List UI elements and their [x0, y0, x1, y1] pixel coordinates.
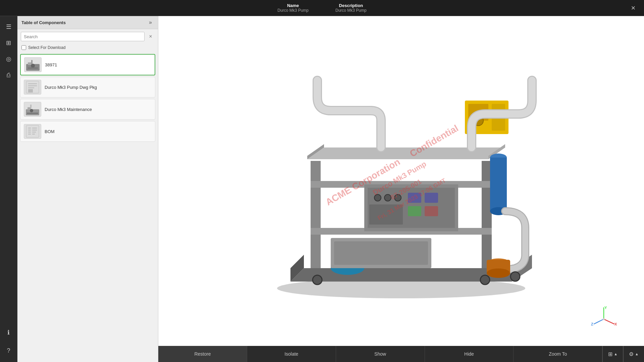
- svg-point-38: [384, 194, 391, 201]
- svg-point-62: [511, 272, 520, 281]
- desc-value: Durco Mk3 Pump: [335, 8, 367, 13]
- component-thumbnail: [24, 57, 42, 72]
- main-layout: ☰ ⊞ ◎ ⎙ ℹ ? Table of Components » × Sele…: [0, 16, 644, 362]
- list-item[interactable]: Durco Mk3 Maintenance: [20, 99, 155, 120]
- svg-rect-3: [31, 60, 33, 64]
- show-button[interactable]: Show: [336, 346, 425, 362]
- panel-title: Table of Components: [21, 20, 66, 25]
- name-column: Name Durco Mk3 Pump: [277, 3, 309, 13]
- axes-indicator: Z X Y: [590, 306, 617, 326]
- print-icon[interactable]: ⎙: [3, 69, 15, 81]
- y-axis-label: Y: [604, 306, 607, 310]
- svg-point-60: [313, 275, 322, 285]
- view-icon: ⊞: [608, 351, 612, 357]
- component-thumbnail: [24, 124, 41, 139]
- svg-point-2: [31, 64, 35, 68]
- machine-3d-view: [158, 16, 644, 346]
- svg-rect-40: [408, 193, 421, 203]
- info-icon[interactable]: ℹ: [3, 326, 15, 339]
- svg-line-63: [594, 319, 604, 324]
- select-for-download-label: Select For Download: [28, 45, 65, 50]
- z-axis-label: Z: [591, 322, 593, 326]
- camera-icon[interactable]: ◎: [3, 53, 15, 65]
- component-thumbnail: [24, 102, 41, 117]
- header-info: Name Durco Mk3 Pump Description Durco Mk…: [277, 3, 366, 13]
- component-name: Durco Mk3 Maintenance: [45, 107, 92, 112]
- isolate-button[interactable]: Isolate: [247, 346, 336, 362]
- component-name: BOM: [45, 129, 55, 134]
- list-item[interactable]: Durco Mk3 Pump Dwg Pkg: [20, 77, 155, 98]
- bottom-toolbar: Restore Isolate Show Hide Zoom To ⊞ ▲ ⚙ …: [158, 346, 644, 362]
- checkbox-row: Select For Download: [17, 44, 158, 53]
- list-icon[interactable]: ☰: [3, 21, 15, 33]
- svg-point-66: [603, 318, 605, 320]
- viewer-canvas[interactable]: ACME Corporation Confidential Durco Mk3 …: [158, 16, 644, 346]
- svg-rect-56: [334, 241, 428, 265]
- expand-button[interactable]: »: [147, 19, 154, 26]
- close-button[interactable]: ×: [628, 3, 639, 13]
- svg-rect-4: [28, 67, 38, 69]
- view-options-button[interactable]: ⊞ ▲: [602, 346, 623, 362]
- desc-column: Description Durco Mk3 Pump: [335, 3, 367, 13]
- svg-rect-13: [30, 105, 32, 108]
- svg-point-59: [487, 268, 510, 278]
- select-for-download-checkbox[interactable]: [21, 45, 26, 50]
- component-name: Durco Mk3 Pump Dwg Pkg: [45, 85, 97, 90]
- more-options-button[interactable]: ⚙ ▲: [623, 346, 644, 362]
- x-axis-label: X: [614, 322, 617, 326]
- settings-icon: ⚙: [629, 351, 634, 357]
- component-name: 38971: [45, 62, 57, 67]
- viewer-area: ACME Corporation Confidential Durco Mk3 …: [158, 16, 644, 362]
- zoom-to-button[interactable]: Zoom To: [514, 346, 602, 362]
- panel-header-left: Table of Components: [21, 20, 66, 25]
- restore-button[interactable]: Restore: [158, 346, 247, 362]
- svg-rect-28: [311, 161, 321, 268]
- panel-header: Table of Components »: [17, 16, 158, 29]
- list-item[interactable]: 38971: [20, 54, 155, 75]
- hide-button[interactable]: Hide: [425, 346, 514, 362]
- svg-rect-41: [425, 193, 438, 203]
- svg-point-39: [394, 194, 401, 201]
- search-clear-button[interactable]: ×: [147, 33, 155, 41]
- settings-chevron-icon: ▲: [635, 352, 639, 356]
- svg-rect-44: [369, 204, 403, 225]
- search-row: ×: [17, 29, 158, 44]
- svg-point-12: [30, 109, 33, 112]
- top-bar: Name Durco Mk3 Pump Description Durco Mk…: [0, 0, 644, 16]
- view-chevron-icon: ▲: [614, 352, 618, 356]
- name-label: Name: [287, 3, 299, 8]
- svg-rect-14: [27, 113, 38, 114]
- icon-sidebar: ☰ ⊞ ◎ ⎙ ℹ ?: [0, 16, 17, 362]
- component-list: 38971 Durco Mk3 Pump Dwg Pkg: [17, 53, 158, 362]
- svg-rect-9: [28, 89, 33, 93]
- components-panel: Table of Components » × Select For Downl…: [17, 16, 158, 362]
- svg-point-37: [374, 194, 381, 201]
- svg-point-61: [480, 275, 490, 285]
- component-thumbnail: [24, 80, 41, 95]
- layers-icon[interactable]: ⊞: [3, 37, 15, 49]
- search-input[interactable]: [21, 32, 145, 41]
- svg-rect-50: [490, 158, 507, 211]
- svg-rect-43: [425, 206, 438, 216]
- svg-rect-42: [408, 206, 421, 216]
- help-icon[interactable]: ?: [3, 345, 15, 357]
- svg-line-64: [604, 319, 614, 324]
- svg-rect-15: [26, 125, 39, 137]
- list-item[interactable]: BOM: [20, 121, 155, 142]
- name-value: Durco Mk3 Pump: [277, 8, 309, 13]
- desc-label: Description: [339, 3, 363, 8]
